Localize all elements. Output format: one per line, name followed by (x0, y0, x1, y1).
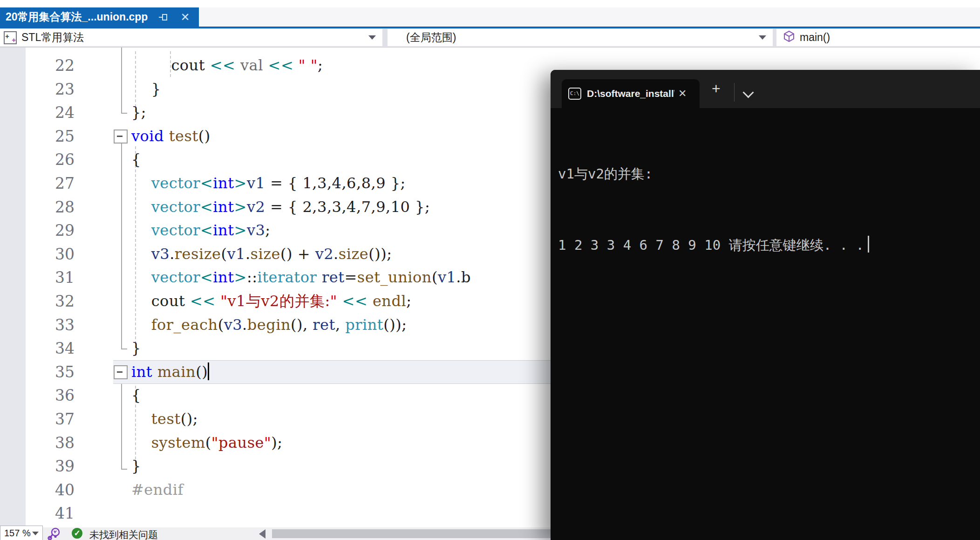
code-token: vector (151, 221, 200, 239)
code-token: ( (432, 268, 438, 286)
document-health-check-icon[interactable]: ✓ (72, 528, 82, 539)
code-token: } (131, 457, 141, 475)
code-line-text: for_each(v3.begin(), ret, print()); (131, 313, 407, 337)
zoom-level-dropdown[interactable]: 157 % (0, 526, 43, 540)
code-line-text: int main() (131, 360, 209, 384)
code-token: > (234, 221, 247, 239)
close-icon[interactable]: ✕ (180, 12, 190, 23)
code-token (131, 198, 151, 216)
terminal-cursor (868, 236, 869, 253)
code-token: iterator (257, 268, 317, 286)
code-token: vector (151, 198, 200, 216)
line-number: 23 (0, 77, 75, 101)
scroll-left-arrow[interactable] (259, 529, 265, 539)
fold-collapse-button[interactable] (114, 365, 128, 379)
chevron-down-icon[interactable] (759, 35, 766, 40)
line-number: 29 (0, 219, 75, 242)
method-cube-icon (783, 30, 795, 45)
code-token: main (157, 363, 196, 381)
project-dropdown-label: STL常用算法 (21, 30, 84, 45)
terminal-output-line: 1 2 3 3 4 6 7 8 9 10 请按任意键继续. . . (558, 233, 980, 257)
code-token (306, 56, 311, 74)
code-line-text: { (131, 148, 141, 171)
code-token: ret (313, 316, 335, 334)
code-line-text: } (131, 336, 141, 360)
line-number: 22 (0, 54, 75, 77)
code-token: cout (131, 56, 210, 74)
code-token: } (131, 339, 141, 357)
code-token: pause (218, 434, 264, 451)
member-dropdown[interactable]: main() (776, 29, 980, 46)
code-token: < (200, 221, 213, 239)
document-tab-title: 20常用集合算法_...union.cpp (0, 10, 148, 24)
terminal-output[interactable]: v1与v2的并集: 1 2 3 3 4 6 7 8 9 10 请按任意键继续. … (551, 108, 980, 540)
code-line-text: } (131, 454, 141, 478)
fold-collapse-button[interactable] (114, 130, 128, 144)
code-token (131, 174, 151, 192)
project-dropdown[interactable]: ++ STL常用算法 (0, 29, 382, 46)
code-token (131, 245, 151, 263)
code-line-text: cout << "v1与v2的并集:" << endl; (131, 289, 411, 313)
terminal-tab[interactable]: C:\ D:\software_install\visual_stud ✕ (562, 79, 700, 108)
terminal-dropdown-chevron-icon[interactable] (742, 87, 754, 98)
code-token: , (335, 316, 345, 334)
line-number: 33 (0, 313, 75, 337)
code-token (131, 316, 151, 334)
code-token: v3 (247, 221, 265, 239)
code-line-text: vector<int>v2 = { 2,3,3,4,7,9,10 }; (131, 195, 430, 219)
chevron-down-icon[interactable] (368, 35, 376, 40)
terminal-tab-bar: C:\ D:\software_install\visual_stud ✕ + (551, 70, 980, 108)
code-token: (); (181, 410, 198, 428)
line-number: 25 (0, 124, 75, 148)
code-token: print (345, 316, 383, 334)
code-token: = { 2,3,3,4,7,9,10 }; (265, 198, 430, 216)
code-token (131, 434, 151, 451)
code-token: . (170, 245, 175, 263)
terminal-tab-close-icon[interactable]: ✕ (678, 88, 687, 100)
code-token: < (200, 174, 213, 192)
code-token: v1 (227, 245, 245, 263)
code-token: () (198, 127, 211, 145)
code-token: v2 (247, 198, 265, 216)
code-line-text: system("pause"); (131, 431, 282, 455)
code-cleanup-icon[interactable] (48, 526, 61, 540)
code-token: ()); (383, 316, 407, 334)
pin-icon[interactable] (158, 12, 169, 23)
code-token: . (333, 245, 339, 263)
code-token: begin (247, 316, 291, 334)
code-token: ret (322, 268, 345, 286)
terminal-window[interactable]: C:\ D:\software_install\visual_stud ✕ + … (551, 70, 980, 540)
code-token: ( (218, 316, 224, 334)
code-token: size (339, 245, 368, 263)
code-token: { (131, 386, 141, 404)
code-token: v3 (224, 316, 242, 334)
document-tab[interactable]: 20常用集合算法_...union.cpp ✕ (0, 7, 199, 27)
scope-dropdown[interactable]: (全局范围) (388, 29, 773, 46)
code-token: > (234, 174, 247, 192)
code-token: int (213, 174, 234, 192)
code-token (131, 410, 151, 428)
command-prompt-icon: C:\ (568, 88, 581, 100)
code-line-text: vector<int>v3; (131, 219, 271, 242)
code-line-text: vector<int>v1 = { 1,3,4,6,8,9 }; (131, 171, 406, 195)
code-token: int (213, 268, 234, 286)
code-token: . (242, 316, 247, 334)
line-number: 39 (0, 454, 75, 478)
line-number: 26 (0, 148, 75, 171)
line-number: 34 (0, 336, 75, 360)
line-number: 24 (0, 101, 75, 124)
code-token: .b (456, 268, 471, 286)
code-token: val (240, 56, 268, 74)
new-terminal-tab-button[interactable]: + (712, 81, 721, 96)
code-token: = { 1,3,4,6,8,9 }; (265, 174, 406, 192)
code-token: ; (406, 292, 411, 310)
code-line-text: cout << val << " "; (131, 54, 323, 77)
code-token (337, 292, 342, 310)
code-token: v3 (151, 245, 170, 263)
code-token: } (131, 80, 161, 98)
code-token: int (213, 221, 234, 239)
code-token: () + (280, 245, 315, 263)
code-token (131, 268, 151, 286)
code-token: system (151, 434, 205, 451)
line-number: 40 (0, 478, 75, 502)
